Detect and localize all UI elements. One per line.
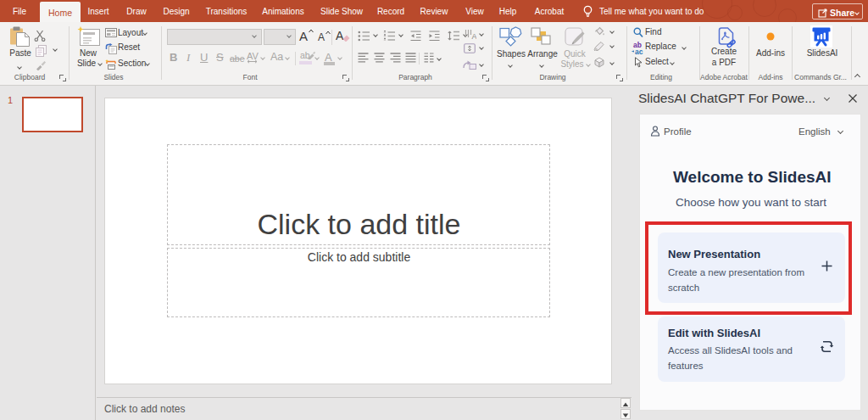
svg-text:ac: ac — [635, 48, 643, 55]
svg-text:A: A — [472, 32, 477, 40]
